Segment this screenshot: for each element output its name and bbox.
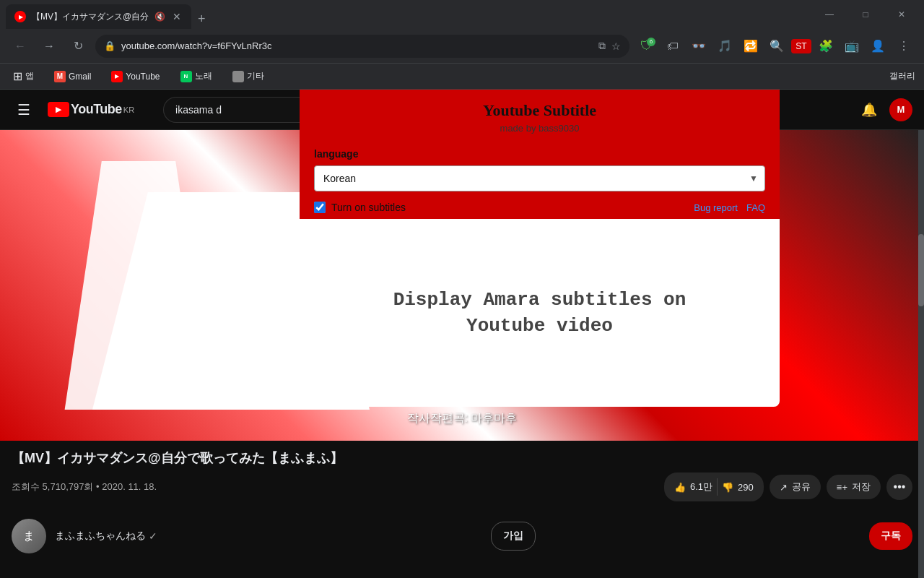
youtube-favicon: ▶ <box>111 71 123 82</box>
share-icon: ↗ <box>780 482 788 493</box>
open-in-new-icon: ⧉ <box>598 40 606 52</box>
video-actions: 👍 6.1만 👎 290 ↗ 공유 ≡+ 저장 <box>664 473 912 501</box>
language-label: language <box>314 148 358 160</box>
channel-avatar-placeholder: ま <box>12 519 46 553</box>
user-avatar[interactable]: M <box>889 98 912 121</box>
browser-frame: 【MV】イカサマダンス@自分 🔇 ✕ + — □ ✕ ← → ↻ 🔒 youtu… <box>0 0 924 578</box>
toolbar-icons: 🛡 6 🏷 👓 🎵 🔁 🔍 ST 🧩 📺 👤 ⋮ <box>635 35 915 58</box>
video-stats: 조회수 5,710,797회 • 2020. 11. 18. <box>12 480 157 493</box>
maximize-button[interactable]: □ <box>849 3 882 26</box>
bookmark-other-label: 기타 <box>247 70 264 82</box>
scrollbar[interactable] <box>918 90 924 578</box>
extension-icon-1[interactable]: 🛡 6 <box>635 35 658 58</box>
verified-check-icon: ✓ <box>149 530 157 542</box>
like-divider <box>717 478 718 496</box>
faq-link[interactable]: FAQ <box>746 202 765 213</box>
gallery-label[interactable]: 갤러리 <box>889 70 915 82</box>
forward-button[interactable]: → <box>38 35 61 58</box>
playlist-add-icon: ≡+ <box>837 482 847 493</box>
popup-links: Bug report FAQ <box>694 202 765 213</box>
bookmark-naver-song[interactable]: N 노래 <box>176 67 217 85</box>
active-tab[interactable]: 【MV】イカサマダンス@自分 🔇 ✕ <box>6 4 191 29</box>
channel-info: まふまふちゃんねる ✓ <box>55 530 157 543</box>
header-right: 🔔 M <box>855 95 912 124</box>
bug-report-link[interactable]: Bug report <box>694 202 738 213</box>
more-actions-button[interactable]: ••• <box>886 474 912 500</box>
window-controls: — □ ✕ <box>813 3 918 26</box>
youtube-logo[interactable]: YouTube KR <box>48 102 134 117</box>
naver-favicon: N <box>180 71 192 82</box>
subtitle-toggle-checkbox[interactable] <box>314 202 326 213</box>
puzzle-icon[interactable]: 🧩 <box>814 35 837 58</box>
save-button[interactable]: ≡+ 저장 <box>827 475 881 499</box>
language-select[interactable]: Korean English Japanese Chinese <box>314 165 765 191</box>
bookmark-apps[interactable]: ⊞ 앱 <box>9 66 38 86</box>
minimize-button[interactable]: — <box>813 3 846 26</box>
back-button[interactable]: ← <box>9 35 32 58</box>
video-title: 【MV】イカサマダンス@自分で歌ってみた【まふまふ】 <box>12 449 912 467</box>
extension-icon-red[interactable]: ST <box>791 39 811 53</box>
youtube-logo-text: YouTube <box>71 102 122 117</box>
bookmark-apps-label: 앱 <box>25 70 34 82</box>
popup-subtitle: made by bass9030 <box>314 123 765 134</box>
thumbs-down-icon: 👎 <box>722 482 733 493</box>
language-selector-wrapper: Korean English Japanese Chinese ▼ <box>314 165 765 191</box>
extension-icon-5[interactable]: 🔁 <box>739 35 762 58</box>
hamburger-menu-icon[interactable]: ☰ <box>12 95 36 124</box>
url-text: youtube.com/watch?v=f6FYvLnRr3c <box>121 40 593 51</box>
upload-date-value: 2020. 11. 18. <box>102 481 157 492</box>
channel-name[interactable]: まふまふちゃんねる <box>55 530 146 543</box>
extension-icon-4[interactable]: 🎵 <box>713 35 736 58</box>
bookmark-youtube[interactable]: ▶ YouTube <box>107 68 164 85</box>
share-button[interactable]: ↗ 공유 <box>770 475 821 499</box>
notification-bell-icon[interactable]: 🔔 <box>855 95 884 124</box>
channel-avatar: ま <box>12 519 46 553</box>
star-icon[interactable]: ☆ <box>611 40 621 52</box>
video-subtitle-text: 작사작편곡: 마후마후 <box>407 411 518 426</box>
profile-icon[interactable]: 👤 <box>866 35 889 58</box>
tab-title: 【MV】イカサマダンス@自分 <box>32 11 149 23</box>
bookmark-other[interactable]: 기타 <box>228 67 269 85</box>
like-button[interactable]: 👍 6.1만 👎 290 <box>664 473 764 501</box>
title-bar: 【MV】イカサマダンス@自分 🔇 ✕ + — □ ✕ <box>0 0 924 29</box>
tab-close-button[interactable]: ✕ <box>171 9 183 24</box>
tab-favicon-youtube <box>14 11 26 22</box>
zoom-icon[interactable]: 🔍 <box>765 35 788 58</box>
tab-mute-icon[interactable]: 🔇 <box>154 12 165 22</box>
youtube-logo-kr: KR <box>123 105 134 114</box>
bookmarks-bar: ⊞ 앱 M Gmail ▶ YouTube N 노래 기타 갤러리 <box>0 64 924 90</box>
subscribe-button[interactable]: 구독 <box>869 522 912 550</box>
video-info: 【MV】イカサマダンス@自分で歌ってみた【まふまふ】 조회수 5,710,797… <box>0 441 924 510</box>
close-button[interactable]: ✕ <box>885 3 918 26</box>
youtube-logo-icon <box>48 102 69 117</box>
channel-row: ま まふまふちゃんねる ✓ 가입 구독 <box>0 510 924 562</box>
subtitle-toggle-text: Turn on subtitles <box>331 202 406 213</box>
reload-button[interactable]: ↻ <box>66 35 90 58</box>
popup-controls: language <box>300 142 780 163</box>
cast-icon[interactable]: 📺 <box>840 35 863 58</box>
extension-icon-2[interactable]: 🏷 <box>661 35 684 58</box>
popup-description-text: Display Amara subtitles onYoutube video <box>393 287 687 340</box>
new-tab-button[interactable]: + <box>191 9 212 29</box>
subtitle-toggle-label[interactable]: Turn on subtitles <box>314 202 406 213</box>
popup-title: Youtube Subtitle <box>314 101 765 120</box>
menu-dots-icon[interactable]: ⋮ <box>892 35 915 58</box>
share-label: 공유 <box>792 480 811 493</box>
address-bar: ← → ↻ 🔒 youtube.com/watch?v=f6FYvLnRr3c … <box>0 29 924 64</box>
url-bar[interactable]: 🔒 youtube.com/watch?v=f6FYvLnRr3c ⧉ ☆ <box>95 35 629 58</box>
scrollbar-thumb[interactable] <box>918 234 924 306</box>
view-count: 조회수 5,710,797회 <box>12 481 93 492</box>
popup-content: Display Amara subtitles onYoutube video <box>300 219 780 407</box>
gmail-favicon: M <box>54 71 66 82</box>
other-favicon <box>232 71 244 82</box>
bookmark-gmail[interactable]: M Gmail <box>50 68 95 85</box>
like-count: 6.1만 <box>690 480 712 493</box>
lock-icon: 🔒 <box>104 40 116 51</box>
bookmark-youtube-label: YouTube <box>126 72 160 82</box>
bookmark-gmail-label: Gmail <box>69 72 91 82</box>
join-button[interactable]: 가입 <box>491 522 536 551</box>
tab-group: 【MV】イカサマダンス@自分 🔇 ✕ + <box>6 0 807 29</box>
ext-badge: 6 <box>647 38 655 46</box>
extension-icon-3[interactable]: 👓 <box>687 35 710 58</box>
page-content: ☰ YouTube KR 🔍 🔔 M <box>0 90 924 578</box>
